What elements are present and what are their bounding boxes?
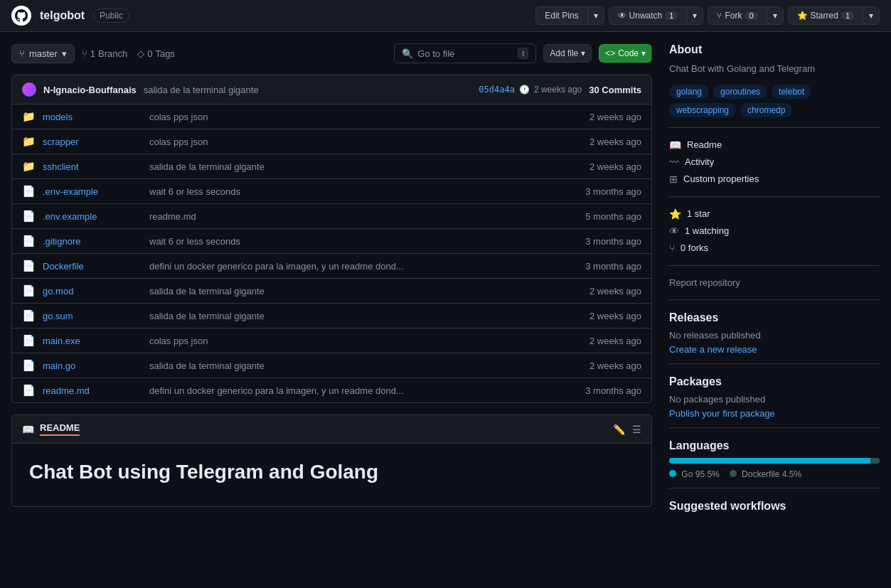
table-row: 📁sshclientsalida de la terminal gigante2… — [12, 154, 651, 178]
file-name[interactable]: go.sum — [43, 311, 142, 321]
activity-link[interactable]: 〰 Activity — [669, 154, 880, 171]
fork-group: ⑂ Fork 0 ▾ — [708, 6, 783, 25]
file-icon: 📄 — [22, 210, 36, 223]
branch-selector[interactable]: ⑂ master ▾ — [11, 44, 75, 63]
star-icon: ⭐ — [669, 208, 681, 220]
file-icon: 📄 — [22, 235, 36, 247]
create-release-link[interactable]: Create a new release — [669, 344, 757, 355]
file-commit-msg: wait 6 or less seconds — [149, 236, 578, 247]
file-commit-msg: salida de la terminal gigante — [149, 360, 582, 371]
code-button[interactable]: <> Code ▾ — [599, 44, 652, 63]
code-icon: <> — [605, 48, 615, 58]
about-section: About Chat Bot with Golang and Telegram … — [669, 43, 880, 291]
github-logo — [11, 6, 31, 26]
releases-title: Releases — [669, 311, 880, 324]
folder-icon: 📁 — [22, 160, 36, 173]
eye-icon: 👁 — [618, 11, 626, 21]
unwatch-button[interactable]: 👁 Unwatch 1 — [609, 6, 687, 25]
unwatch-dropdown[interactable]: ▾ — [686, 6, 703, 25]
forks-link[interactable]: ⑂ 0 forks — [669, 240, 880, 257]
topic-tag[interactable]: webscrapping — [669, 103, 736, 117]
edit-readme-icon[interactable]: ✏️ — [613, 424, 625, 435]
fork-icon: ⑂ — [717, 11, 722, 21]
fork-button[interactable]: ⑂ Fork 0 — [708, 6, 766, 25]
file-name[interactable]: scrapper — [43, 137, 142, 147]
topic-tag[interactable]: chromedp — [740, 103, 792, 117]
file-time: 5 months ago — [585, 211, 641, 222]
star-group: ⭐ Starred 1 ▾ — [788, 6, 880, 25]
star-button[interactable]: ⭐ Starred 1 — [788, 6, 863, 25]
topic-tag[interactable]: golang — [669, 85, 709, 99]
file-search[interactable]: 🔍 Go to file t — [394, 43, 536, 63]
file-name[interactable]: Dockerfile — [43, 261, 142, 272]
file-name[interactable]: .env.example — [43, 211, 142, 222]
file-icon: 📄 — [22, 309, 36, 322]
readme-actions: ✏️ ☰ — [613, 424, 641, 435]
file-name[interactable]: readme.md — [43, 385, 142, 396]
repo-name: telgobot — [40, 9, 85, 22]
commit-time: 2 weeks ago — [534, 85, 582, 95]
file-name[interactable]: main.go — [43, 360, 142, 371]
branch-count-item[interactable]: ⑂ 1 Branch — [82, 48, 127, 59]
file-icon: 📄 — [22, 359, 36, 372]
edit-pins-dropdown[interactable]: ▾ — [587, 6, 604, 25]
file-time: 2 weeks ago — [589, 161, 641, 172]
commit-author[interactable]: N-Ignacio-Bouffanais — [43, 85, 137, 95]
custom-props-link[interactable]: ⊞ Custom properties — [669, 171, 880, 188]
chevron-down-icon: ▾ — [581, 48, 585, 58]
about-title: About — [669, 43, 880, 56]
file-time: 3 months ago — [585, 186, 641, 197]
fork-dropdown[interactable]: ▾ — [767, 6, 784, 25]
top-navigation: telgobot Public Edit Pins ▾ 👁 Unwatch 1 … — [0, 0, 891, 32]
watchers-link[interactable]: 👁 1 watching — [669, 223, 880, 240]
publish-package-link[interactable]: Publish your first package — [669, 408, 775, 419]
go-legend-item[interactable]: Go 95.5% — [669, 469, 720, 479]
list-readme-icon[interactable]: ☰ — [632, 424, 641, 435]
readme-bar: 📖 README ✏️ ☰ — [11, 415, 652, 444]
edit-pins-button[interactable]: Edit Pins — [535, 6, 587, 25]
go-bar-segment — [669, 458, 870, 464]
packages-section: Packages No packages published Publish y… — [669, 363, 880, 419]
watching-label: 1 watching — [685, 225, 729, 236]
add-file-button[interactable]: Add file ▾ — [543, 44, 592, 63]
topic-tag[interactable]: goroutines — [713, 85, 767, 99]
file-time: 3 months ago — [585, 236, 641, 247]
readme-link[interactable]: 📖 Readme — [669, 137, 880, 154]
file-time: 2 weeks ago — [589, 336, 641, 346]
star-dropdown[interactable]: ▾ — [863, 6, 880, 25]
file-name[interactable]: models — [43, 112, 142, 122]
file-commit-msg: salida de la terminal gigante — [149, 161, 582, 172]
readme-label: Readme — [687, 139, 722, 150]
readme-heading: Chat Bot using Telegram and Golang — [29, 461, 634, 483]
file-commit-msg: colas pps json — [149, 137, 582, 147]
topic-tag[interactable]: telebot — [772, 85, 811, 99]
branch-info: ⑂ 1 Branch ◇ 0 Tags — [82, 48, 175, 59]
table-row: 📄go.sumsalida de la terminal gigante2 we… — [12, 303, 651, 328]
star-label: 1 star — [687, 208, 710, 219]
table-row: 📄.gitignorewait 6 or less seconds3 month… — [12, 228, 651, 253]
main-content: ⑂ master ▾ ⑂ 1 Branch ◇ 0 Tags 🔍 Go — [0, 32, 891, 524]
readme-content: Chat Bot using Telegram and Golang — [11, 444, 652, 507]
dockerfile-pct: 4.5% — [782, 469, 801, 479]
table-row: 📄main.execolas pps json2 weeks ago — [12, 328, 651, 353]
file-name[interactable]: go.mod — [43, 286, 142, 296]
file-name[interactable]: .gitignore — [43, 236, 142, 247]
code-group: <> Code ▾ — [599, 44, 652, 63]
stars-link[interactable]: ⭐ 1 star — [669, 205, 880, 223]
commits-count-link[interactable]: 30 Commits — [589, 85, 641, 95]
custom-props-label: Custom properties — [683, 173, 759, 184]
dockerfile-legend-item[interactable]: Dockerfile 4.5% — [730, 469, 801, 479]
file-name[interactable]: .env-example — [43, 186, 142, 197]
tags-container: golanggoroutinestelebotwebscrappingchrom… — [669, 85, 880, 117]
tag-count-item[interactable]: ◇ 0 Tags — [137, 48, 175, 59]
report-link[interactable]: Report repository — [669, 274, 880, 291]
forks-label: 0 forks — [681, 242, 708, 253]
edit-pins-group: Edit Pins ▾ — [535, 6, 604, 25]
file-name[interactable]: main.exe — [43, 336, 142, 346]
book-icon: 📖 — [669, 139, 681, 151]
commit-hash[interactable]: 05d4a4a — [479, 85, 515, 95]
go-pct: 95.5% — [695, 469, 720, 479]
file-commit-msg: defini un docker generico para la imagen… — [149, 261, 578, 272]
file-name[interactable]: sshclient — [43, 161, 142, 172]
file-time: 2 weeks ago — [589, 137, 641, 147]
